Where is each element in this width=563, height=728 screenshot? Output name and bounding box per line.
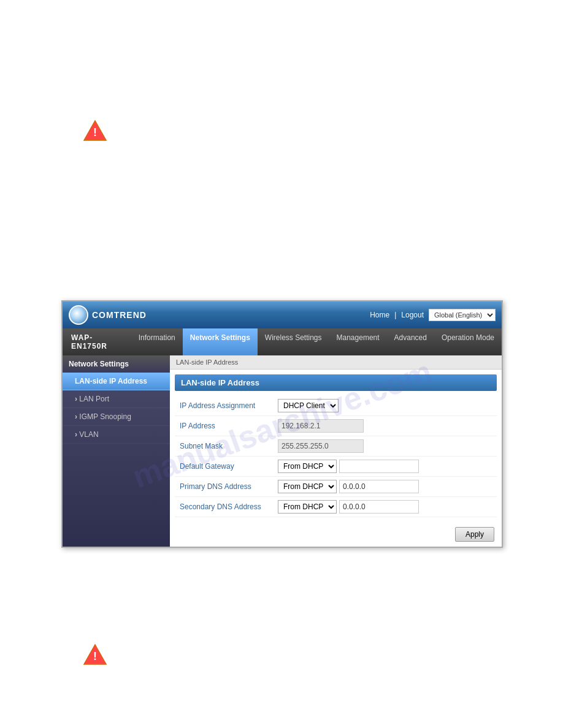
language-select[interactable]: Global (English) <box>429 309 496 321</box>
row-secondary-dns: Secondary DNS Address From DHCP Static <box>175 497 497 517</box>
input-default-gateway: From DHCP Static <box>278 460 492 473</box>
text-primary-dns[interactable] <box>339 480 419 493</box>
row-ip-assignment: IP Address Assignment DHCP Client Static… <box>175 396 497 416</box>
button-area: Apply <box>170 522 502 547</box>
select-default-gateway[interactable]: From DHCP Static <box>278 460 337 473</box>
sidebar: Network Settings LAN-side IP Address LAN… <box>63 355 170 547</box>
breadcrumb: LAN-side IP Address <box>170 355 502 370</box>
text-secondary-dns[interactable] <box>339 500 419 514</box>
sidebar-item-lan-side-ip[interactable]: LAN-side IP Address <box>63 373 170 390</box>
device-name: WAP-EN1750R <box>63 328 131 355</box>
value-ip-assignment: DHCP Client Static IP <box>273 396 497 416</box>
content-area: Network Settings LAN-side IP Address LAN… <box>63 355 502 547</box>
value-primary-dns: From DHCP Static <box>273 477 497 497</box>
panel-title: LAN-side IP Address <box>175 374 497 391</box>
sidebar-item-vlan[interactable]: VLAN <box>63 426 170 444</box>
browser-window: manualsarchive.com COMTREND Home | Logou… <box>61 300 503 548</box>
label-ip-address: IP Address <box>175 416 273 436</box>
input-secondary-dns: From DHCP Static <box>278 500 492 514</box>
nav-advanced[interactable]: Advanced <box>387 328 434 355</box>
sidebar-item-lan-port[interactable]: LAN Port <box>63 390 170 408</box>
svg-text:!: ! <box>93 126 97 138</box>
row-ip-address: IP Address <box>175 416 497 436</box>
select-primary-dns[interactable]: From DHCP Static <box>278 480 337 493</box>
nav-bar: WAP-EN1750R Information Network Settings… <box>63 328 502 355</box>
main-panel: LAN-side IP Address LAN-side IP Address … <box>170 355 502 547</box>
settings-form: IP Address Assignment DHCP Client Static… <box>175 396 497 517</box>
label-ip-assignment: IP Address Assignment <box>175 396 273 416</box>
nav-wireless-settings[interactable]: Wireless Settings <box>258 328 329 355</box>
row-default-gateway: Default Gateway From DHCP Static <box>175 457 497 477</box>
logo-icon <box>69 305 88 325</box>
label-subnet-mask: Subnet Mask <box>175 436 273 457</box>
label-secondary-dns: Secondary DNS Address <box>175 497 273 517</box>
header-bar: COMTREND Home | Logout Global (English) <box>63 301 502 328</box>
value-subnet-mask <box>273 436 497 457</box>
value-ip-address <box>273 416 497 436</box>
label-primary-dns: Primary DNS Address <box>175 477 273 497</box>
value-secondary-dns: From DHCP Static <box>273 497 497 517</box>
apply-button[interactable]: Apply <box>455 527 494 542</box>
nav-management[interactable]: Management <box>329 328 387 355</box>
input-ip-assignment: DHCP Client Static IP <box>278 399 492 412</box>
label-default-gateway: Default Gateway <box>175 457 273 477</box>
row-primary-dns: Primary DNS Address From DHCP Static <box>175 477 497 497</box>
nav-network-settings[interactable]: Network Settings <box>183 328 258 355</box>
value-default-gateway: From DHCP Static <box>273 457 497 477</box>
nav-operation-mode[interactable]: Operation Mode <box>434 328 502 355</box>
logout-link[interactable]: Logout <box>401 311 424 319</box>
nav-information[interactable]: Information <box>131 328 183 355</box>
input-ip-address[interactable] <box>278 419 364 433</box>
sidebar-item-igmp-snooping[interactable]: IGMP Snooping <box>63 408 170 426</box>
text-default-gateway[interactable] <box>339 460 419 473</box>
input-primary-dns: From DHCP Static <box>278 480 492 493</box>
separator: | <box>394 311 396 319</box>
warning-icon-bottom: ! <box>83 643 107 665</box>
select-ip-assignment[interactable]: DHCP Client Static IP <box>278 399 339 412</box>
warning-icon-top: ! <box>83 119 107 142</box>
input-subnet-mask[interactable] <box>278 439 364 453</box>
header-right: Home | Logout Global (English) <box>370 309 496 321</box>
select-secondary-dns[interactable]: From DHCP Static <box>278 500 337 514</box>
svg-text:!: ! <box>93 650 97 662</box>
row-subnet-mask: Subnet Mask <box>175 436 497 457</box>
logo-area: COMTREND <box>69 305 147 325</box>
logo-text: COMTREND <box>92 310 147 320</box>
sidebar-title: Network Settings <box>63 355 170 373</box>
home-link[interactable]: Home <box>370 311 389 319</box>
